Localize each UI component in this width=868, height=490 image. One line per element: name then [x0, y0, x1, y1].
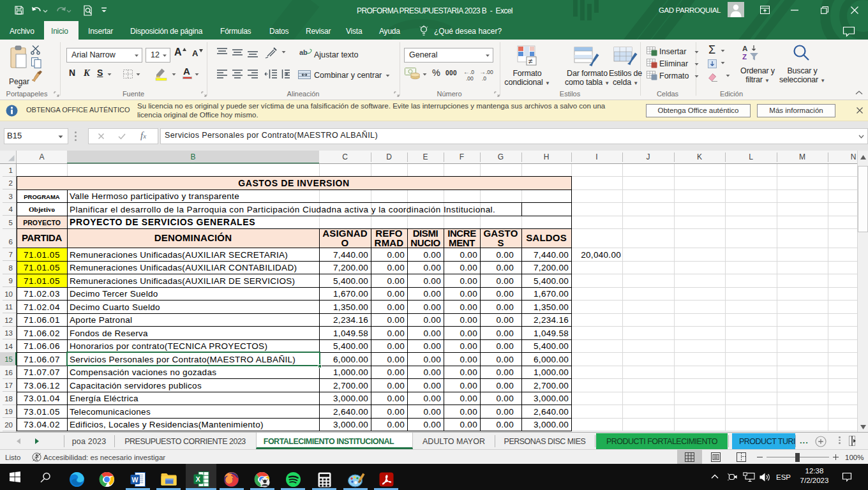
svg-text:X: X [196, 475, 201, 483]
svg-text:W: W [132, 476, 138, 484]
svg-text:≠: ≠ [528, 57, 533, 66]
svg-text:A: A [742, 45, 747, 52]
svg-text:Z: Z [742, 53, 747, 61]
